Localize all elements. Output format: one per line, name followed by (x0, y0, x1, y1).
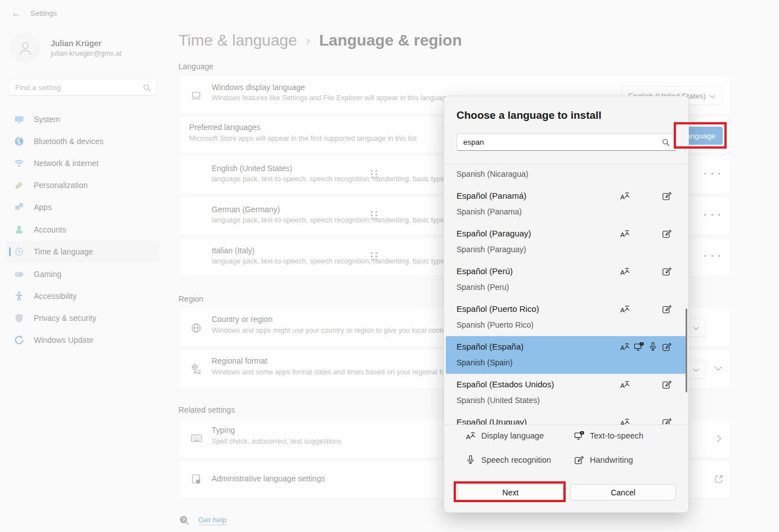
svg-text:A: A (620, 419, 624, 424)
svg-text:A: A (620, 269, 624, 276)
handwriting-icon (574, 455, 584, 465)
display-language-icon: A (620, 342, 630, 352)
list-item-panama[interactable]: Español (Panamá) Spanish (Panama) A (446, 185, 687, 223)
handwriting-icon (662, 379, 672, 390)
svg-text:A: A (620, 231, 624, 238)
dialog-search-box (456, 133, 676, 151)
language-results-list: Español (Nicaragua) Spanish (Nicaragua) … (444, 164, 688, 424)
svg-text:A: A (620, 344, 624, 351)
list-item-uruguay[interactable]: Español (Uruguay) Spanish (Uruguay) A (446, 412, 687, 424)
speech-recognition-icon (465, 455, 476, 465)
handwriting-icon (662, 417, 672, 424)
list-item-nicaragua[interactable]: Español (Nicaragua) Spanish (Nicaragua) … (446, 164, 687, 185)
annotation-rect-add-language (674, 122, 727, 149)
dialog-title: Choose a language to install (456, 109, 602, 122)
svg-text:A: A (620, 193, 624, 200)
text-to-speech-icon (634, 342, 644, 352)
legend-speech-recognition: Speech recognition (465, 455, 551, 465)
list-item-spain-selected[interactable]: Español (España) Spanish (Spain) A (446, 336, 687, 374)
list-item-puerto-rico[interactable]: Español (Puerto Rico) Spanish (Puerto Ri… (446, 298, 687, 336)
handwriting-icon (662, 191, 672, 201)
text-to-speech-icon (574, 431, 584, 441)
speech-recognition-icon (648, 342, 658, 352)
display-language-icon: A (620, 191, 630, 201)
cancel-button[interactable]: Cancel (570, 484, 676, 500)
display-language-icon: A (620, 229, 630, 239)
list-item-peru[interactable]: Español (Perú) Spanish (Peru) A (446, 261, 687, 298)
annotation-rect-next (454, 481, 566, 502)
svg-text:A: A (620, 306, 624, 314)
search-icon (662, 138, 670, 146)
svg-text:A: A (466, 433, 471, 440)
settings-window: ← Settings Julian Krüger julian-krueger@… (0, 0, 779, 532)
svg-text:A: A (620, 382, 624, 389)
list-item-united-states[interactable]: Español (Estados Unidos) Spanish (United… (446, 374, 687, 412)
display-language-icon: A (620, 379, 630, 390)
choose-language-dialog: Choose a language to install Español (Ni… (444, 96, 689, 513)
dialog-search-input[interactable] (463, 135, 660, 149)
handwriting-icon (662, 304, 672, 314)
legend-handwriting: Handwriting (574, 455, 633, 465)
handwriting-icon (662, 229, 672, 239)
dialog-scrollbar[interactable] (686, 309, 687, 392)
display-language-icon: A (620, 266, 630, 276)
handwriting-icon (662, 342, 672, 352)
legend-text-to-speech: Text-to-speech (574, 431, 643, 441)
display-language-icon: A (620, 304, 630, 314)
display-language-icon: A (620, 417, 630, 424)
legend-display-language: A Display language (465, 431, 544, 441)
list-item-paraguay[interactable]: Español (Paraguay) Spanish (Paraguay) A (446, 223, 687, 261)
display-language-icon: A (465, 431, 476, 441)
divider (444, 424, 688, 425)
handwriting-icon (662, 266, 672, 276)
